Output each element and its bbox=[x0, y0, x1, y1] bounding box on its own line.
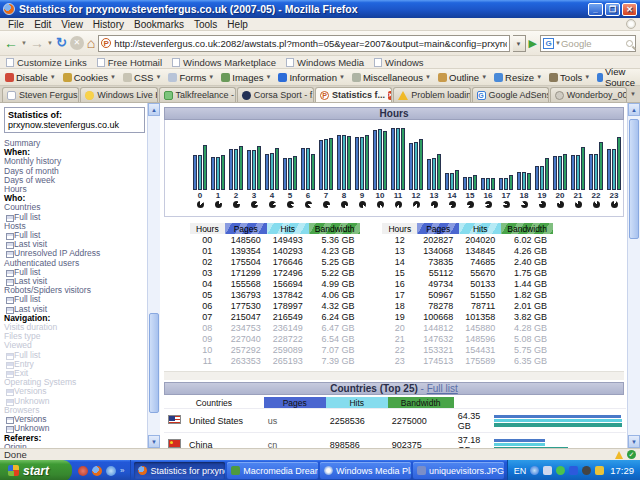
window-titlebar[interactable]: Statistics for prxynow.stevenfergus.co.u… bbox=[0, 0, 640, 18]
webdev-css[interactable]: CSS▼ bbox=[123, 72, 162, 83]
reload-button[interactable]: ↻ bbox=[56, 35, 67, 51]
tab-problem-loading-[interactable]: Problem loading... bbox=[393, 87, 470, 102]
home-button[interactable]: ⌂ bbox=[87, 35, 95, 51]
scrollbar-thumb[interactable] bbox=[629, 119, 639, 239]
menu-file[interactable]: File bbox=[4, 19, 28, 30]
minimize-button[interactable]: _ bbox=[588, 3, 603, 16]
bookmark-customize-links[interactable]: Customize Links bbox=[6, 57, 87, 68]
pages-cell: 263353 bbox=[225, 355, 267, 366]
country-flag-cell bbox=[164, 409, 185, 433]
forward-dropdown[interactable]: ▼ bbox=[47, 40, 53, 46]
warning-icon[interactable] bbox=[615, 451, 623, 459]
taskbar-button-statistics-for-prxyno-[interactable]: Statistics for prxyno... bbox=[134, 462, 225, 479]
scroll-up-icon[interactable]: ▲ bbox=[628, 103, 640, 116]
countries-separator: - bbox=[421, 383, 424, 394]
start-button[interactable]: start bbox=[0, 460, 72, 480]
search-box[interactable]: G ▼ Google bbox=[540, 35, 636, 52]
tray-player-icon[interactable] bbox=[569, 466, 578, 475]
scroll-down-icon[interactable]: ▼ bbox=[628, 435, 640, 448]
menu-view[interactable]: View bbox=[57, 19, 87, 30]
quick-launch-expand-icon[interactable]: » bbox=[120, 466, 124, 475]
tray-bluetooth-icon[interactable] bbox=[530, 466, 539, 475]
tab-close-icon[interactable]: ✕ bbox=[388, 91, 392, 100]
back-dropdown[interactable]: ▼ bbox=[21, 40, 27, 46]
hour-cell: 04 bbox=[190, 278, 225, 289]
taskbar-button-windows-media-player[interactable]: Windows Media Player bbox=[320, 462, 411, 479]
bookmark-windows-media[interactable]: Windows Media bbox=[286, 57, 364, 68]
menu-help[interactable]: Help bbox=[223, 19, 252, 30]
taskbar-buttons: Statistics for prxyno...Macromedia Dream… bbox=[131, 460, 506, 480]
menu-bookmarks[interactable]: Bookmarks bbox=[130, 19, 188, 30]
scroll-up-icon[interactable]: ▲ bbox=[148, 103, 160, 116]
webdev-disable[interactable]: Disable▼ bbox=[5, 72, 56, 83]
taskbar-button-label: uniquevisitors.JPG - ... bbox=[429, 466, 504, 476]
bookmark-windows-marketplace[interactable]: Windows Marketplace bbox=[172, 57, 276, 68]
restore-button[interactable]: ❐ bbox=[605, 3, 620, 16]
sidebar-item-unresolved-ip-address[interactable]: Unresolved IP Address bbox=[4, 249, 145, 258]
ie-quicklaunch-icon[interactable] bbox=[106, 466, 116, 476]
webdev-forms[interactable]: Forms▼ bbox=[168, 72, 214, 83]
main-scrollbar[interactable]: ▲ ▼ bbox=[627, 103, 640, 448]
language-indicator[interactable]: EN bbox=[514, 466, 527, 476]
bandwidth-cell: 5.08 GB bbox=[501, 333, 553, 344]
pages-bar bbox=[445, 173, 449, 190]
tab-corsa-sport-f-[interactable]: Corsa Sport - f... bbox=[237, 87, 314, 102]
sidebar-scrollbar[interactable]: ▲ ▼ bbox=[147, 103, 160, 448]
tray-messenger-icon[interactable] bbox=[556, 466, 565, 475]
tab-talkfreelance-[interactable]: Talkfreelance - ... bbox=[159, 87, 236, 102]
tab-steven-fergus[interactable]: Steven Fergus bbox=[2, 87, 79, 102]
sidebar-item-last-visit[interactable]: Last visit bbox=[4, 305, 145, 314]
sidebar-item-origin[interactable]: Origin bbox=[4, 443, 145, 448]
table-row: 031712991724965.22 GB bbox=[190, 267, 360, 278]
firefox-quicklaunch-icon[interactable] bbox=[92, 466, 102, 476]
country-pages: 898586 bbox=[326, 433, 388, 449]
webdev-images[interactable]: Images▼ bbox=[221, 72, 271, 83]
webdev-view-source[interactable]: View Source▼ bbox=[597, 66, 640, 88]
menu-tools[interactable]: Tools bbox=[190, 19, 221, 30]
sidebar-item-full-list[interactable]: Full list bbox=[4, 213, 145, 222]
url-history-dropdown[interactable]: ▼ bbox=[513, 35, 526, 52]
back-button[interactable]: ← bbox=[4, 35, 18, 51]
menu-history[interactable]: History bbox=[89, 19, 128, 30]
url-text[interactable]: http://stevenfergus.co.uk:2082/awstats.p… bbox=[114, 38, 506, 49]
webdev-miscellaneous[interactable]: Miscellaneous▼ bbox=[352, 72, 431, 83]
address-bar[interactable]: P http://stevenfergus.co.uk:2082/awstats… bbox=[98, 35, 509, 52]
sidebar-item-hours[interactable]: Hours bbox=[4, 185, 145, 194]
webdev-tools[interactable]: Tools▼ bbox=[549, 72, 590, 83]
taskbar-button-macromedia-dreamw-[interactable]: Macromedia Dreamw... bbox=[227, 462, 318, 479]
forward-button[interactable]: → bbox=[30, 35, 44, 51]
taskbar-button-uniquevisitors-jpg-[interactable]: uniquevisitors.JPG - ... bbox=[413, 462, 504, 479]
stop-button[interactable]: ✕ bbox=[70, 36, 84, 50]
tab-google-adsens-[interactable]: GGoogle AdSens... bbox=[472, 87, 549, 102]
webdev-information[interactable]: Information▼ bbox=[278, 72, 344, 83]
tray-icon-2[interactable] bbox=[543, 466, 552, 475]
search-icon[interactable] bbox=[626, 40, 633, 47]
webdev-outline[interactable]: Outline▼ bbox=[438, 72, 487, 83]
search-input[interactable]: Google bbox=[561, 38, 626, 49]
sidebar-item-last-visit[interactable]: Last visit bbox=[4, 277, 145, 286]
hour-label: 15 bbox=[463, 191, 477, 200]
scrollbar-thumb[interactable] bbox=[149, 313, 159, 413]
sidebar-item-unknown[interactable]: Unknown bbox=[4, 424, 145, 433]
sidebar-item-exit[interactable]: Exit bbox=[4, 369, 145, 378]
quick-launch-icon-1[interactable] bbox=[78, 466, 88, 476]
tab-windows-live-h-[interactable]: Windows Live H... bbox=[80, 87, 157, 102]
tray-icon-5[interactable] bbox=[582, 466, 591, 475]
menu-edit[interactable]: Edit bbox=[30, 19, 55, 30]
bookmark-free-hotmail[interactable]: Free Hotmail bbox=[97, 57, 162, 68]
bookmark-windows[interactable]: Windows bbox=[374, 57, 424, 68]
sidebar-item-unknown[interactable]: Unknown bbox=[4, 397, 145, 406]
webdev-cookies[interactable]: Cookies▼ bbox=[63, 72, 116, 83]
hour-cell: 08 bbox=[190, 322, 225, 333]
webdev-resize[interactable]: Resize▼ bbox=[494, 72, 542, 83]
close-button[interactable]: ✕ bbox=[622, 3, 637, 16]
tab-list-dropdown[interactable]: ▼ bbox=[628, 87, 638, 102]
tab-statistics-f-[interactable]: PStatistics f...✕ bbox=[315, 87, 392, 102]
tray-icon-6[interactable] bbox=[595, 466, 604, 475]
countries-full-list-link[interactable]: Full list bbox=[427, 383, 458, 394]
scroll-down-icon[interactable]: ▼ bbox=[148, 435, 160, 448]
ok-check-icon[interactable]: ✓ bbox=[627, 450, 636, 459]
tab-wonderboy-00-[interactable]: Wonderboy_00... bbox=[550, 87, 627, 102]
go-button[interactable]: ▶ bbox=[529, 37, 537, 50]
pages-bar bbox=[427, 159, 431, 190]
